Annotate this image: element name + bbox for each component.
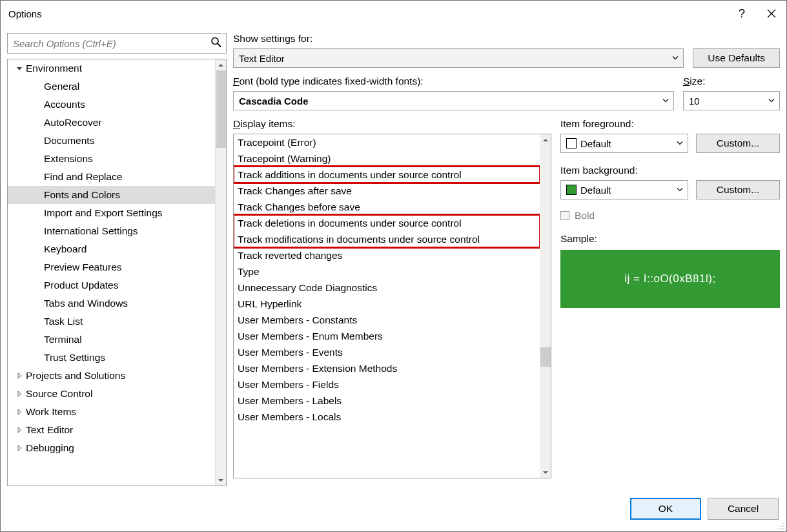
- display-item[interactable]: User Members - Extension Methods: [234, 360, 540, 376]
- tree-item-label: Tabs and Windows: [44, 298, 128, 309]
- tree-item-label: Fonts and Colors: [44, 189, 120, 201]
- tree-item[interactable]: Find and Replace: [8, 168, 226, 186]
- display-item[interactable]: URL Hyperlink: [234, 296, 540, 312]
- tree-item[interactable]: Preview Features: [8, 258, 226, 276]
- help-button[interactable]: ?: [727, 1, 757, 26]
- list-scrollbar-thumb[interactable]: [540, 347, 551, 367]
- tree-item[interactable]: Work Items: [8, 403, 226, 421]
- bold-checkbox: Bold: [560, 210, 780, 221]
- show-settings-value: Text Editor: [239, 53, 285, 64]
- tree-item[interactable]: Task List: [8, 312, 226, 331]
- tree-item[interactable]: Product Updates: [8, 276, 226, 294]
- tree-item[interactable]: Fonts and Colors: [8, 186, 226, 204]
- tree-item[interactable]: Documents: [8, 132, 226, 150]
- tree-item[interactable]: Trust Settings: [8, 349, 226, 367]
- tree-item[interactable]: International Settings: [8, 222, 226, 240]
- chevron-down-icon: [662, 96, 669, 107]
- tree-item-label: Environment: [26, 63, 82, 74]
- search-input[interactable]: [8, 34, 226, 53]
- search-options[interactable]: [7, 33, 227, 54]
- show-settings-combo[interactable]: Text Editor: [233, 48, 684, 68]
- tree-item[interactable]: Import and Export Settings: [8, 204, 226, 222]
- display-item[interactable]: User Members - Fields: [234, 376, 540, 393]
- tree-item[interactable]: Source Control: [8, 385, 226, 403]
- scroll-up-icon[interactable]: [216, 59, 226, 70]
- size-combo[interactable]: 10: [683, 91, 780, 110]
- tree-item-label: Work Items: [26, 406, 76, 418]
- chevron-down-icon: [676, 185, 684, 196]
- item-bg-label: Item background:: [560, 165, 780, 176]
- tree-item-label: Trust Settings: [44, 352, 105, 363]
- display-item[interactable]: User Members - Locals: [234, 409, 540, 425]
- display-item[interactable]: User Members - Constants: [234, 312, 540, 328]
- item-bg-combo[interactable]: Default: [560, 180, 688, 200]
- window-title: Options: [8, 8, 42, 19]
- options-tree[interactable]: EnvironmentGeneralAccountsAutoRecoverDoc…: [7, 59, 227, 486]
- tree-item-label: Documents: [44, 135, 94, 147]
- tree-scrollbar[interactable]: [215, 59, 226, 486]
- tree-item-label: Preview Features: [44, 261, 122, 273]
- display-item[interactable]: User Members - Events: [234, 344, 540, 360]
- scroll-down-icon[interactable]: [540, 467, 551, 478]
- tree-item-label: Projects and Solutions: [26, 370, 125, 382]
- display-items-list[interactable]: Tracepoint (Error)Tracepoint (Warning)Tr…: [233, 134, 551, 478]
- highlight-annotation: Track additions in documents under sourc…: [234, 167, 540, 183]
- size-value: 10: [689, 96, 700, 107]
- bg-swatch: [566, 185, 577, 195]
- cancel-label: Cancel: [728, 503, 759, 515]
- resize-grip[interactable]: [775, 520, 784, 529]
- size-label: Size:: [683, 76, 780, 87]
- ok-button[interactable]: OK: [630, 498, 701, 520]
- close-button[interactable]: [757, 1, 786, 26]
- sample-preview: ij = I::oO(0xB81l);: [560, 250, 780, 308]
- display-item[interactable]: Track modifications in documents under s…: [234, 231, 540, 247]
- display-item[interactable]: User Members - Enum Members: [234, 328, 540, 344]
- scroll-down-icon[interactable]: [216, 475, 226, 486]
- display-items-label: Display items:: [233, 118, 551, 130]
- item-fg-combo[interactable]: Default: [560, 134, 688, 153]
- font-combo[interactable]: Cascadia Code: [233, 91, 674, 110]
- chevron-right-icon: [13, 427, 26, 433]
- ok-label: OK: [659, 503, 673, 515]
- tree-item-label: Extensions: [44, 153, 93, 165]
- display-item[interactable]: Tracepoint (Warning): [234, 150, 540, 167]
- tree-scrollbar-thumb[interactable]: [216, 70, 226, 148]
- chevron-down-icon: [13, 65, 26, 72]
- display-item[interactable]: Track additions in documents under sourc…: [234, 167, 540, 183]
- tree-item-label: AutoRecover: [44, 117, 102, 128]
- tree-item[interactable]: Accounts: [8, 96, 226, 114]
- tree-item[interactable]: General: [8, 77, 226, 96]
- bold-checkbox-box: [560, 211, 569, 220]
- tree-item[interactable]: AutoRecover: [8, 114, 226, 132]
- tree-item-label: Debugging: [26, 442, 74, 454]
- display-item[interactable]: Track Changes after save: [234, 183, 540, 199]
- tree-item[interactable]: Debugging: [8, 439, 226, 457]
- font-value: Cascadia Code: [239, 96, 309, 107]
- tree-item-label: Source Control: [26, 388, 92, 400]
- bg-custom-button[interactable]: Custom...: [696, 180, 780, 200]
- tree-item-label: Text Editor: [26, 424, 73, 436]
- display-item[interactable]: User Members - Labels: [234, 393, 540, 409]
- display-item[interactable]: Tracepoint (Error): [234, 134, 540, 150]
- tree-item-label: Import and Export Settings: [44, 207, 163, 219]
- tree-item[interactable]: Extensions: [8, 150, 226, 168]
- tree-item[interactable]: Projects and Solutions: [8, 367, 226, 385]
- tree-item[interactable]: Terminal: [8, 331, 226, 349]
- tree-item[interactable]: Tabs and Windows: [8, 294, 226, 312]
- display-item[interactable]: Track Changes before save: [234, 199, 540, 215]
- display-item[interactable]: Track deletions in documents under sourc…: [234, 215, 540, 231]
- fg-custom-button[interactable]: Custom...: [696, 134, 780, 153]
- display-item[interactable]: Type: [234, 263, 540, 280]
- tree-item-label: Task List: [44, 316, 83, 327]
- tree-item[interactable]: Environment: [8, 59, 226, 77]
- scroll-up-icon[interactable]: [540, 134, 551, 145]
- tree-item[interactable]: Keyboard: [8, 240, 226, 258]
- cancel-button[interactable]: Cancel: [708, 498, 779, 520]
- display-item[interactable]: Unnecessary Code Diagnostics: [234, 280, 540, 296]
- tree-item[interactable]: Text Editor: [8, 421, 226, 439]
- display-item[interactable]: Track reverted changes: [234, 247, 540, 263]
- font-label: Font (bold type indicates fixed-width fo…: [233, 76, 674, 87]
- use-defaults-button[interactable]: Use Defaults: [693, 48, 780, 68]
- list-scrollbar[interactable]: [540, 134, 551, 478]
- chevron-right-icon: [13, 391, 26, 397]
